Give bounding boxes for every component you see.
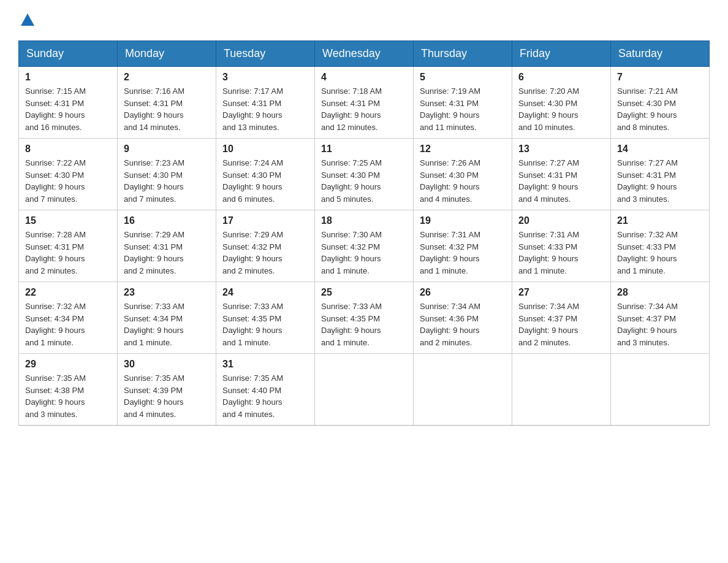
day-info: Sunrise: 7:22 AMSunset: 4:30 PMDaylight:… [25,157,111,205]
day-info: Sunrise: 7:16 AMSunset: 4:31 PMDaylight:… [124,85,210,133]
day-number: 31 [222,359,308,370]
day-number: 23 [124,287,210,298]
calendar-cell: 27Sunrise: 7:34 AMSunset: 4:37 PMDayligh… [512,282,611,354]
logo [18,12,34,28]
calendar-cell: 10Sunrise: 7:24 AMSunset: 4:30 PMDayligh… [216,139,315,210]
calendar-cell: 7Sunrise: 7:21 AMSunset: 4:30 PMDaylight… [611,67,710,139]
col-header-sunday: Sunday [19,41,118,67]
calendar-cell [414,354,512,426]
day-number: 2 [124,72,210,83]
day-number: 9 [124,144,210,155]
day-info: Sunrise: 7:33 AMSunset: 4:34 PMDaylight:… [124,301,210,348]
calendar-cell: 17Sunrise: 7:29 AMSunset: 4:32 PMDayligh… [216,210,315,282]
day-number: 21 [617,215,703,226]
day-number: 25 [321,287,407,298]
col-header-tuesday: Tuesday [216,41,315,67]
col-header-saturday: Saturday [611,41,710,67]
calendar-cell [512,354,611,426]
svg-marker-0 [21,13,34,26]
page-header [18,12,710,28]
day-number: 24 [222,287,308,298]
day-info: Sunrise: 7:25 AMSunset: 4:30 PMDaylight:… [321,157,407,205]
calendar-week-5: 29Sunrise: 7:35 AMSunset: 4:38 PMDayligh… [19,354,710,426]
day-info: Sunrise: 7:26 AMSunset: 4:30 PMDaylight:… [420,157,506,205]
day-number: 7 [617,72,703,83]
day-info: Sunrise: 7:33 AMSunset: 4:35 PMDaylight:… [321,301,407,348]
day-number: 14 [617,144,703,155]
calendar-week-3: 15Sunrise: 7:28 AMSunset: 4:31 PMDayligh… [19,210,710,282]
day-number: 27 [518,287,604,298]
calendar-cell: 12Sunrise: 7:26 AMSunset: 4:30 PMDayligh… [414,139,512,210]
col-header-friday: Friday [512,41,611,67]
day-number: 16 [124,215,210,226]
calendar-cell: 1Sunrise: 7:15 AMSunset: 4:31 PMDaylight… [19,67,118,139]
col-header-thursday: Thursday [414,41,512,67]
day-number: 6 [518,72,604,83]
col-header-wednesday: Wednesday [315,41,414,67]
day-info: Sunrise: 7:32 AMSunset: 4:33 PMDaylight:… [617,229,703,277]
day-number: 30 [124,359,210,370]
day-info: Sunrise: 7:31 AMSunset: 4:33 PMDaylight:… [518,229,604,277]
col-header-monday: Monday [118,41,216,67]
day-number: 19 [420,215,506,226]
day-info: Sunrise: 7:27 AMSunset: 4:31 PMDaylight:… [518,157,604,205]
day-number: 29 [25,359,111,370]
calendar-cell: 16Sunrise: 7:29 AMSunset: 4:31 PMDayligh… [118,210,216,282]
day-info: Sunrise: 7:28 AMSunset: 4:31 PMDaylight:… [25,229,111,277]
day-info: Sunrise: 7:30 AMSunset: 4:32 PMDaylight:… [321,229,407,277]
day-info: Sunrise: 7:27 AMSunset: 4:31 PMDaylight:… [617,157,703,205]
day-info: Sunrise: 7:21 AMSunset: 4:30 PMDaylight:… [617,85,703,133]
calendar-cell: 29Sunrise: 7:35 AMSunset: 4:38 PMDayligh… [19,354,118,426]
day-info: Sunrise: 7:24 AMSunset: 4:30 PMDaylight:… [222,157,308,205]
calendar-cell: 31Sunrise: 7:35 AMSunset: 4:40 PMDayligh… [216,354,315,426]
day-number: 1 [25,72,111,83]
day-number: 28 [617,287,703,298]
day-number: 17 [222,215,308,226]
calendar-cell: 5Sunrise: 7:19 AMSunset: 4:31 PMDaylight… [414,67,512,139]
day-info: Sunrise: 7:33 AMSunset: 4:35 PMDaylight:… [222,301,308,348]
calendar-cell: 24Sunrise: 7:33 AMSunset: 4:35 PMDayligh… [216,282,315,354]
day-number: 13 [518,144,604,155]
calendar-header-row: SundayMondayTuesdayWednesdayThursdayFrid… [19,41,710,67]
day-info: Sunrise: 7:34 AMSunset: 4:36 PMDaylight:… [420,301,506,348]
day-info: Sunrise: 7:20 AMSunset: 4:30 PMDaylight:… [518,85,604,133]
day-info: Sunrise: 7:35 AMSunset: 4:39 PMDaylight:… [124,372,210,420]
day-info: Sunrise: 7:23 AMSunset: 4:30 PMDaylight:… [124,157,210,205]
calendar-cell: 14Sunrise: 7:27 AMSunset: 4:31 PMDayligh… [611,139,710,210]
calendar-cell: 18Sunrise: 7:30 AMSunset: 4:32 PMDayligh… [315,210,414,282]
day-number: 18 [321,215,407,226]
day-number: 12 [420,144,506,155]
calendar-cell: 26Sunrise: 7:34 AMSunset: 4:36 PMDayligh… [414,282,512,354]
calendar-cell: 6Sunrise: 7:20 AMSunset: 4:30 PMDaylight… [512,67,611,139]
calendar-cell [315,354,414,426]
day-number: 3 [222,72,308,83]
day-info: Sunrise: 7:35 AMSunset: 4:40 PMDaylight:… [222,372,308,420]
calendar-week-4: 22Sunrise: 7:32 AMSunset: 4:34 PMDayligh… [19,282,710,354]
logo-triangle-icon [21,12,34,26]
calendar-cell: 9Sunrise: 7:23 AMSunset: 4:30 PMDaylight… [118,139,216,210]
day-info: Sunrise: 7:34 AMSunset: 4:37 PMDaylight:… [617,301,703,348]
day-info: Sunrise: 7:34 AMSunset: 4:37 PMDaylight:… [518,301,604,348]
calendar-week-2: 8Sunrise: 7:22 AMSunset: 4:30 PMDaylight… [19,139,710,210]
day-number: 20 [518,215,604,226]
day-info: Sunrise: 7:18 AMSunset: 4:31 PMDaylight:… [321,85,407,133]
calendar-cell: 25Sunrise: 7:33 AMSunset: 4:35 PMDayligh… [315,282,414,354]
calendar-cell: 30Sunrise: 7:35 AMSunset: 4:39 PMDayligh… [118,354,216,426]
calendar-cell: 22Sunrise: 7:32 AMSunset: 4:34 PMDayligh… [19,282,118,354]
day-info: Sunrise: 7:17 AMSunset: 4:31 PMDaylight:… [222,85,308,133]
calendar-cell [611,354,710,426]
day-info: Sunrise: 7:29 AMSunset: 4:31 PMDaylight:… [124,229,210,277]
day-info: Sunrise: 7:29 AMSunset: 4:32 PMDaylight:… [222,229,308,277]
calendar-week-1: 1Sunrise: 7:15 AMSunset: 4:31 PMDaylight… [19,67,710,139]
calendar-cell: 23Sunrise: 7:33 AMSunset: 4:34 PMDayligh… [118,282,216,354]
calendar-cell: 11Sunrise: 7:25 AMSunset: 4:30 PMDayligh… [315,139,414,210]
calendar-cell: 3Sunrise: 7:17 AMSunset: 4:31 PMDaylight… [216,67,315,139]
day-info: Sunrise: 7:32 AMSunset: 4:34 PMDaylight:… [25,301,111,348]
day-number: 4 [321,72,407,83]
calendar-cell: 13Sunrise: 7:27 AMSunset: 4:31 PMDayligh… [512,139,611,210]
day-number: 10 [222,144,308,155]
calendar-cell: 19Sunrise: 7:31 AMSunset: 4:32 PMDayligh… [414,210,512,282]
day-number: 5 [420,72,506,83]
day-number: 8 [25,144,111,155]
day-number: 26 [420,287,506,298]
